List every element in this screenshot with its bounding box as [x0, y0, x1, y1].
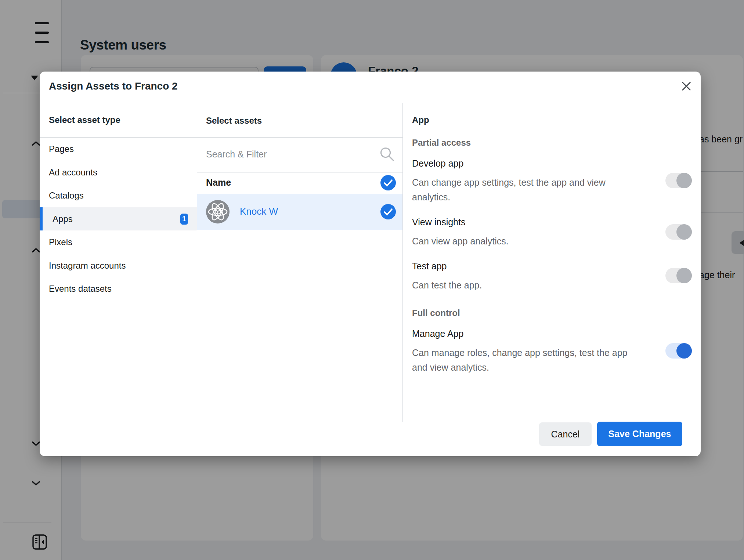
- asset-type-events-datasets[interactable]: Events datasets: [40, 277, 197, 301]
- toggle-knob: [676, 343, 692, 359]
- toggle-manage-app[interactable]: [665, 343, 692, 359]
- check-icon: [380, 175, 396, 190]
- toggle-test-app[interactable]: [665, 268, 692, 283]
- full-control-header: Full control: [412, 308, 460, 318]
- asset-search-row: [197, 137, 402, 172]
- perm-develop-app-label: Develop app: [412, 158, 463, 169]
- asset-name: Knock W: [240, 206, 278, 217]
- cancel-button[interactable]: Cancel: [539, 422, 592, 446]
- dialog-title: Assign Assets to Franco 2: [49, 80, 178, 92]
- asset-type-instagram-accounts[interactable]: Instagram accounts: [40, 254, 197, 277]
- screen: System users Franco 2 as been gr age the…: [0, 0, 744, 560]
- toggle-develop-app[interactable]: [665, 173, 692, 188]
- toggle-knob: [676, 224, 692, 240]
- check-icon: [380, 204, 396, 219]
- asset-type-pixels[interactable]: Pixels: [40, 230, 197, 254]
- column-divider: [402, 103, 403, 422]
- asset-type-catalogs[interactable]: Catalogs: [40, 184, 197, 207]
- close-button[interactable]: [676, 76, 697, 97]
- save-changes-button[interactable]: Save Changes: [597, 422, 682, 446]
- asset-checkbox[interactable]: [380, 204, 396, 219]
- partial-access-header: Partial access: [412, 138, 471, 148]
- perm-test-app-label: Test app: [412, 261, 447, 272]
- perm-view-insights-desc: Can view app analytics.: [412, 234, 632, 248]
- asset-row-knock-w[interactable]: Knock W: [197, 194, 402, 230]
- asset-list-header-row: Name: [197, 172, 402, 194]
- perm-manage-app-desc: Can manage roles, change app settings, t…: [412, 345, 647, 375]
- search-filter-input[interactable]: [206, 143, 368, 165]
- toggle-knob: [676, 173, 692, 188]
- selected-count-badge: 1: [180, 214, 188, 225]
- asset-type-apps[interactable]: Apps 1: [40, 207, 197, 231]
- search-icon: [380, 147, 394, 161]
- toggle-knob: [676, 268, 692, 283]
- perm-view-insights-label: View insights: [412, 217, 465, 228]
- perm-develop-app-desc: Can change app settings, test the app an…: [412, 175, 632, 204]
- row-divider: [197, 230, 402, 230]
- permissions-column-header: App: [412, 115, 429, 125]
- perm-test-app-desc: Can test the app.: [412, 278, 632, 292]
- name-column-header: Name: [206, 177, 231, 188]
- assets-column-header: Select assets: [206, 116, 262, 126]
- assign-assets-dialog: Assign Assets to Franco 2 Select asset t…: [40, 72, 701, 456]
- perm-manage-app-label: Manage App: [412, 328, 463, 339]
- asset-type-ad-accounts[interactable]: Ad accounts: [40, 161, 197, 184]
- close-icon: [681, 81, 692, 92]
- asset-type-pages[interactable]: Pages: [40, 137, 197, 161]
- asset-type-list: Pages Ad accounts Catalogs Apps 1 Pixels…: [40, 137, 197, 301]
- select-all-checkbox[interactable]: [380, 175, 396, 190]
- toggle-view-insights[interactable]: [665, 224, 692, 240]
- app-atom-icon: [206, 200, 230, 223]
- asset-type-column-header: Select asset type: [49, 115, 120, 125]
